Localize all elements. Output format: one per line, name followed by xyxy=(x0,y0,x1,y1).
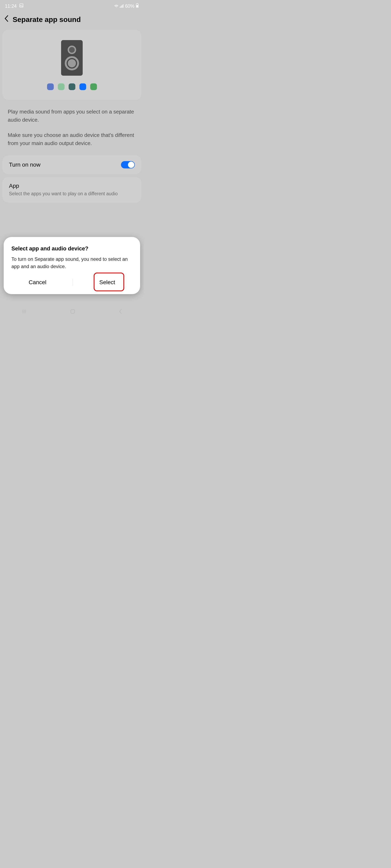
svg-rect-11 xyxy=(71,309,75,313)
app-section-desc: Select the apps you want to play on a di… xyxy=(9,190,135,197)
speaker-icon xyxy=(61,40,83,76)
battery-icon xyxy=(136,3,139,9)
dot xyxy=(68,84,75,90)
dot xyxy=(58,84,64,90)
battery-text: 60% xyxy=(125,3,134,9)
confirm-dialog: Select app and audio device? To turn on … xyxy=(4,237,140,294)
app-section-title: App xyxy=(9,183,135,189)
turn-on-label: Turn on now xyxy=(9,161,40,168)
page-title: Separate app sound xyxy=(12,16,81,24)
svg-rect-2 xyxy=(121,6,121,8)
back-nav-button[interactable] xyxy=(118,309,122,316)
back-button[interactable] xyxy=(4,15,8,24)
hero-illustration xyxy=(2,30,141,100)
recents-button[interactable] xyxy=(22,309,27,315)
svg-rect-4 xyxy=(123,4,123,8)
cancel-button[interactable]: Cancel xyxy=(21,276,55,288)
turn-on-toggle[interactable] xyxy=(121,161,135,168)
nav-bar xyxy=(0,305,144,319)
color-dots xyxy=(47,84,97,90)
svg-rect-1 xyxy=(120,7,120,8)
dot xyxy=(47,84,54,90)
status-time: 11:24 xyxy=(5,3,17,9)
picture-icon xyxy=(19,3,24,9)
wifi-icon xyxy=(114,3,118,9)
svg-rect-0 xyxy=(20,4,23,7)
description-p2: Make sure you choose an audio device tha… xyxy=(8,131,136,148)
description-p1: Play media sound from apps you select on… xyxy=(8,107,136,124)
signal-icon xyxy=(120,3,124,9)
header: Separate app sound xyxy=(0,10,144,29)
dot xyxy=(79,84,86,90)
highlight-annotation xyxy=(94,273,124,291)
home-button[interactable] xyxy=(70,309,76,316)
dot xyxy=(90,84,97,90)
dialog-body: To turn on Separate app sound, you need … xyxy=(11,255,132,270)
turn-on-card[interactable]: Turn on now xyxy=(2,155,141,174)
app-card[interactable]: App Select the apps you want to play on … xyxy=(2,177,141,203)
svg-rect-7 xyxy=(136,5,138,7)
status-bar: 11:24 60% xyxy=(0,0,144,10)
dialog-title: Select app and audio device? xyxy=(11,246,132,252)
description: Play media sound from apps you select on… xyxy=(0,101,144,155)
svg-rect-3 xyxy=(122,5,122,8)
